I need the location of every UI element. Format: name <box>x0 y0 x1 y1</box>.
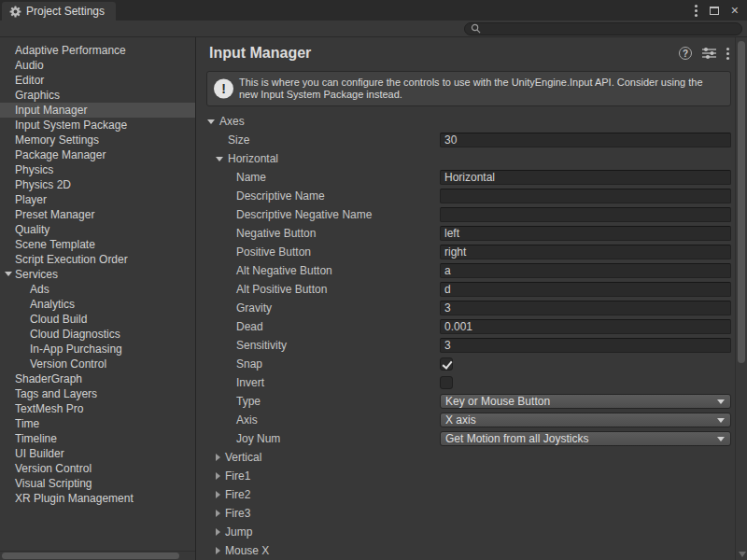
sidebar-item-ui-builder[interactable]: UI Builder <box>0 446 195 461</box>
tab-project-settings[interactable]: Project Settings <box>2 2 116 21</box>
foldout-label[interactable]: Vertical <box>225 451 261 464</box>
snap-checkbox[interactable] <box>440 357 453 371</box>
row-vertical: Vertical <box>196 448 735 467</box>
search-icon <box>471 23 481 34</box>
more-options-icon[interactable] <box>726 52 729 55</box>
row-label-area: Alt Negative Button <box>196 261 332 280</box>
sidebar-item-tags-and-layers[interactable]: Tags and Layers <box>0 386 195 401</box>
sidebar-item-timeline[interactable]: Timeline <box>0 431 195 446</box>
foldout-arrow-icon[interactable] <box>216 454 220 461</box>
axis-dropdown[interactable]: X axis <box>440 413 731 427</box>
size-field[interactable]: 30 <box>440 133 731 147</box>
maximize-icon[interactable] <box>710 7 719 15</box>
indent-spacer <box>224 420 232 421</box>
tab-title: Project Settings <box>26 5 105 18</box>
row-label-area: Sensitivity <box>196 336 287 355</box>
foldout-arrow-icon[interactable] <box>207 119 215 124</box>
input-manager-panel: Input Manager <box>196 37 735 560</box>
foldout-arrow-icon[interactable] <box>216 547 220 554</box>
alt-negative-button-field[interactable]: a <box>440 263 731 278</box>
foldout-arrow-icon[interactable] <box>5 272 12 276</box>
foldout-label[interactable]: Horizontal <box>228 152 278 165</box>
foldout-label[interactable]: Jump <box>225 525 252 539</box>
sidebar-item-audio[interactable]: Audio <box>0 58 195 73</box>
vertical-scrollbar[interactable] <box>735 37 747 560</box>
sidebar-item-quality[interactable]: Quality <box>0 222 195 237</box>
sidebar-item-visual-scripting[interactable]: Visual Scripting <box>0 476 195 491</box>
joy-num-dropdown[interactable]: Get Motion from all Joysticks <box>440 431 731 446</box>
sidebar-item-input-manager[interactable]: Input Manager <box>0 103 195 118</box>
sidebar-item-package-manager[interactable]: Package Manager <box>0 147 195 162</box>
vertical-scrollbar-thumb[interactable] <box>738 41 745 363</box>
sidebar-horizontal-scrollbar[interactable] <box>0 551 195 560</box>
sidebar-item-physics[interactable]: Physics <box>0 162 195 177</box>
descriptive-name-field[interactable] <box>440 189 731 203</box>
horizontal-scrollbar-thumb[interactable] <box>2 553 179 559</box>
foldout-label[interactable]: Fire1 <box>225 469 250 483</box>
name-field[interactable]: Horizontal <box>440 170 731 185</box>
descriptive-negative-name-field[interactable] <box>440 207 731 222</box>
row-label-area: Fire3 <box>196 504 250 523</box>
sidebar-item-time[interactable]: Time <box>0 416 195 431</box>
field-label: Descriptive Negative Name <box>236 208 372 221</box>
sidebar-item-xr-plugin-management[interactable]: XR Plugin Management <box>0 491 195 506</box>
row-value <box>440 189 731 203</box>
foldout-arrow-icon[interactable] <box>216 472 220 480</box>
help-icon[interactable] <box>679 47 692 60</box>
foldout-arrow-icon[interactable] <box>216 510 220 517</box>
field-label: Alt Negative Button <box>236 264 332 277</box>
foldout-label[interactable]: Axes <box>219 115 245 128</box>
sidebar-item-physics-2d[interactable]: Physics 2D <box>0 177 195 192</box>
indent-spacer <box>224 252 232 253</box>
alt-positive-button-field[interactable]: d <box>440 282 731 297</box>
resize-grip-icon[interactable] <box>739 552 746 557</box>
sidebar-item-editor[interactable]: Editor <box>0 73 195 88</box>
row-label-area: Descriptive Negative Name <box>196 205 372 224</box>
sidebar-item-textmesh-pro[interactable]: TextMesh Pro <box>0 401 195 416</box>
sensitivity-field[interactable]: 3 <box>440 338 731 353</box>
foldout-label[interactable]: Fire2 <box>225 488 250 501</box>
foldout-arrow-icon[interactable] <box>216 157 223 161</box>
foldout-arrow-icon[interactable] <box>216 491 220 498</box>
positive-button-field[interactable]: right <box>440 245 731 259</box>
dead-field[interactable]: 0.001 <box>440 319 731 334</box>
foldout-label[interactable]: Mouse X <box>225 544 269 557</box>
sidebar-item-version-control[interactable]: Version Control <box>0 357 195 371</box>
sidebar-item-version-control[interactable]: Version Control <box>0 461 195 476</box>
row-label-area: Jump <box>196 523 252 541</box>
foldout-arrow-icon[interactable] <box>216 528 220 536</box>
settings-toolbar <box>0 21 747 37</box>
sidebar-item-shadergraph[interactable]: ShaderGraph <box>0 371 195 386</box>
row-label-area: Type <box>196 392 261 411</box>
sidebar-item-label: Preset Manager <box>15 208 94 221</box>
help-box-text: This is where you can configure the cont… <box>239 77 703 100</box>
gravity-field[interactable]: 3 <box>440 301 731 315</box>
search-input[interactable] <box>485 23 736 35</box>
foldout-label[interactable]: Fire3 <box>225 507 250 520</box>
sidebar-item-analytics[interactable]: Analytics <box>0 297 195 312</box>
sidebar-item-graphics[interactable]: Graphics <box>0 88 195 103</box>
sidebar-item-scene-template[interactable]: Scene Template <box>0 237 195 252</box>
sidebar-item-in-app-purchasing[interactable]: In-App Purchasing <box>0 342 195 357</box>
row-label-area: Size <box>196 131 249 149</box>
sidebar-item-player[interactable]: Player <box>0 192 195 207</box>
sidebar-item-script-execution-order[interactable]: Script Execution Order <box>0 252 195 267</box>
sidebar-item-cloud-diagnostics[interactable]: Cloud Diagnostics <box>0 327 195 342</box>
sidebar-item-label: Quality <box>15 223 49 236</box>
search-box[interactable] <box>464 22 742 35</box>
type-dropdown[interactable]: Key or Mouse Button <box>440 394 731 409</box>
presets-icon[interactable] <box>702 48 716 59</box>
close-icon[interactable] <box>731 4 739 17</box>
negative-button-field[interactable]: left <box>440 226 731 241</box>
invert-checkbox[interactable] <box>440 376 453 389</box>
row-label-area: Fire1 <box>196 467 250 485</box>
sidebar-item-cloud-build[interactable]: Cloud Build <box>0 312 195 327</box>
sidebar-item-services[interactable]: Services <box>0 267 195 282</box>
sidebar-item-memory-settings[interactable]: Memory Settings <box>0 133 195 147</box>
sidebar-item-ads[interactable]: Ads <box>0 282 195 297</box>
sidebar-item-adaptive-performance[interactable]: Adaptive Performance <box>0 43 195 58</box>
window-menu-icon[interactable] <box>695 9 698 12</box>
sidebar-item-preset-manager[interactable]: Preset Manager <box>0 207 195 222</box>
row-horizontal: Horizontal <box>196 149 735 168</box>
sidebar-item-input-system-package[interactable]: Input System Package <box>0 118 195 133</box>
